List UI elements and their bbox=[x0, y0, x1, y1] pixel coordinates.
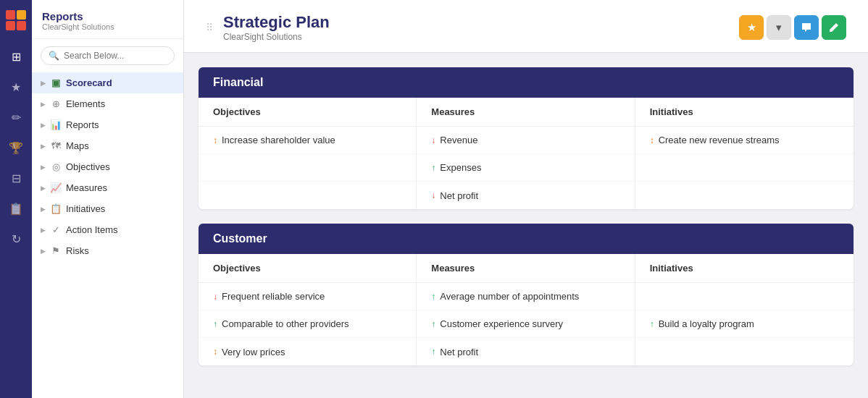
list-item bbox=[635, 338, 854, 365]
up-arrow-icon: ↑ bbox=[431, 292, 435, 302]
objective-text: Very low prices bbox=[222, 347, 285, 357]
measure-text: Net profit bbox=[440, 347, 478, 357]
favorite-dropdown-button[interactable]: ▾ bbox=[767, 15, 791, 40]
customer-initiatives-col: ↑ Build a loyalty program bbox=[635, 283, 854, 365]
main-header: ⠿ Strategic Plan ClearSight Solutions ★ … bbox=[184, 0, 868, 53]
chat-button[interactable] bbox=[794, 15, 819, 40]
search-box[interactable]: 🔍 bbox=[41, 46, 175, 65]
updown-arrow-icon: ↕ bbox=[650, 135, 654, 145]
main-content: ⠿ Strategic Plan ClearSight Solutions ★ … bbox=[184, 0, 868, 398]
rail-pencil-icon[interactable]: ✏ bbox=[3, 104, 29, 130]
chevron-icon: ▶ bbox=[41, 247, 46, 255]
sidebar-item-initiatives[interactable]: ▶ 📋 Initiatives bbox=[32, 198, 183, 219]
list-item: ↑ Build a loyalty program bbox=[635, 310, 854, 338]
financial-data-grid: ↕ Increase shareholder value ↓ Revenue ↑ bbox=[199, 127, 854, 209]
edit-button[interactable] bbox=[822, 15, 846, 40]
customer-initiatives-header: Initiatives bbox=[635, 254, 854, 282]
elements-icon: ⊕ bbox=[50, 98, 62, 109]
page-title: Strategic Plan bbox=[223, 13, 330, 32]
objective-text: Increase shareholder value bbox=[222, 135, 335, 145]
svg-rect-0 bbox=[6, 10, 15, 20]
sidebar-item-objectives[interactable]: ▶ ◎ Objectives bbox=[32, 156, 183, 177]
chevron-icon: ▶ bbox=[41, 101, 46, 108]
sidebar-item-label: Initiatives bbox=[66, 203, 105, 214]
up-arrow-icon: ↑ bbox=[431, 319, 435, 329]
measures-icon: 📈 bbox=[50, 182, 62, 193]
list-item bbox=[635, 154, 854, 182]
updown-arrow-icon: ↕ bbox=[213, 135, 217, 145]
list-item: ↑ Net profit bbox=[417, 338, 634, 365]
objective-text: Frequent reliable service bbox=[222, 291, 325, 302]
sidebar-item-label: Reports bbox=[66, 119, 99, 130]
customer-objectives-header: Objectives bbox=[199, 254, 417, 282]
objectives-icon: ◎ bbox=[50, 161, 62, 172]
drag-handle-icon: ⠿ bbox=[206, 22, 213, 33]
customer-section-header: Customer bbox=[199, 224, 854, 254]
customer-data-grid: ↓ Frequent reliable service ↑ Comparable… bbox=[199, 283, 854, 365]
financial-section-body: Objectives Measures Initiatives ↕ Increa… bbox=[199, 98, 854, 209]
sidebar-item-label: Measures bbox=[66, 182, 107, 193]
rail-clipboard-icon[interactable]: 📋 bbox=[3, 195, 29, 221]
financial-section: Financial Objectives Measures Initiative… bbox=[199, 67, 854, 209]
sidebar-item-label: Risks bbox=[66, 245, 89, 256]
customer-objectives-col: ↓ Frequent reliable service ↑ Comparable… bbox=[199, 283, 417, 365]
chevron-icon: ▶ bbox=[41, 122, 46, 129]
risks-icon: ⚑ bbox=[50, 245, 62, 256]
sidebar-item-risks[interactable]: ▶ ⚑ Risks bbox=[32, 240, 183, 261]
updown-arrow-icon: ↕ bbox=[213, 347, 217, 357]
measure-text: Customer experience survery bbox=[440, 318, 563, 329]
rail-refresh-icon[interactable]: ↻ bbox=[3, 226, 29, 252]
sidebar-item-measures[interactable]: ▶ 📈 Measures bbox=[32, 177, 183, 198]
sidebar-item-label: Scorecard bbox=[66, 77, 112, 88]
svg-rect-1 bbox=[17, 10, 26, 20]
main-header-left: ⠿ Strategic Plan ClearSight Solutions bbox=[206, 13, 330, 42]
page-title-block: Strategic Plan ClearSight Solutions bbox=[223, 13, 330, 42]
financial-section-header: Financial bbox=[199, 67, 854, 98]
search-icon: 🔍 bbox=[49, 51, 59, 61]
favorite-button[interactable]: ★ bbox=[739, 15, 764, 40]
svg-rect-2 bbox=[6, 21, 15, 30]
header-actions: ★ ▾ bbox=[739, 15, 846, 40]
search-input[interactable] bbox=[64, 51, 167, 61]
measure-text: Revenue bbox=[440, 135, 477, 145]
sidebar-subtitle: ClearSight Solutions bbox=[42, 22, 173, 31]
rail-home-icon[interactable]: ⊞ bbox=[3, 43, 29, 69]
rail-trophy-icon[interactable]: 🏆 bbox=[3, 135, 29, 161]
list-item: ↓ Net profit bbox=[417, 182, 634, 209]
up-arrow-icon: ↑ bbox=[431, 347, 435, 357]
app-logo bbox=[3, 7, 29, 33]
rail-dashboard-icon[interactable]: ⊟ bbox=[3, 165, 29, 191]
measure-text: Net profit bbox=[440, 190, 478, 201]
sidebar-item-maps[interactable]: ▶ 🗺 Maps bbox=[32, 135, 183, 156]
sidebar-item-reports[interactable]: ▶ 📊 Reports bbox=[32, 114, 183, 135]
list-item: ↑ Customer experience survery bbox=[417, 310, 634, 338]
down-arrow-icon: ↓ bbox=[431, 135, 435, 145]
customer-measures-header: Measures bbox=[417, 254, 635, 282]
customer-section-body: Objectives Measures Initiatives ↓ Freque… bbox=[199, 254, 854, 365]
list-item: ↓ Frequent reliable service bbox=[199, 283, 416, 310]
chevron-icon: ▶ bbox=[41, 164, 46, 171]
objective-text: Comparable to other providers bbox=[222, 318, 349, 329]
chevron-icon: ▶ bbox=[41, 185, 46, 192]
scorecard-icon: ▣ bbox=[50, 77, 62, 88]
initiative-text: Create new revenue streams bbox=[659, 135, 780, 145]
list-item bbox=[635, 182, 854, 209]
up-arrow-icon: ↑ bbox=[650, 319, 654, 329]
initiative-text: Build a loyalty program bbox=[659, 318, 754, 329]
initiatives-icon: 📋 bbox=[50, 203, 62, 214]
list-item: ↑ Comparable to other providers bbox=[199, 310, 416, 338]
list-item: ↓ Revenue bbox=[417, 127, 634, 154]
sidebar-item-scorecard[interactable]: ▶ ▣ Scorecard bbox=[32, 72, 183, 93]
rail-star-icon[interactable]: ★ bbox=[3, 74, 29, 100]
list-item bbox=[635, 283, 854, 310]
down-arrow-icon: ↓ bbox=[213, 292, 217, 302]
sidebar-item-action-items[interactable]: ▶ ✓ Action Items bbox=[32, 219, 183, 240]
financial-initiatives-header: Initiatives bbox=[635, 98, 854, 126]
sidebar-item-elements[interactable]: ▶ ⊕ Elements bbox=[32, 93, 183, 114]
financial-col-headers: Objectives Measures Initiatives bbox=[199, 98, 854, 127]
chevron-icon: ▶ bbox=[41, 143, 46, 150]
list-item bbox=[199, 182, 416, 209]
up-arrow-icon: ↑ bbox=[431, 163, 435, 173]
customer-measures-col: ↑ Average number of appointments ↑ Custo… bbox=[417, 283, 635, 365]
page-subtitle: ClearSight Solutions bbox=[223, 32, 330, 42]
